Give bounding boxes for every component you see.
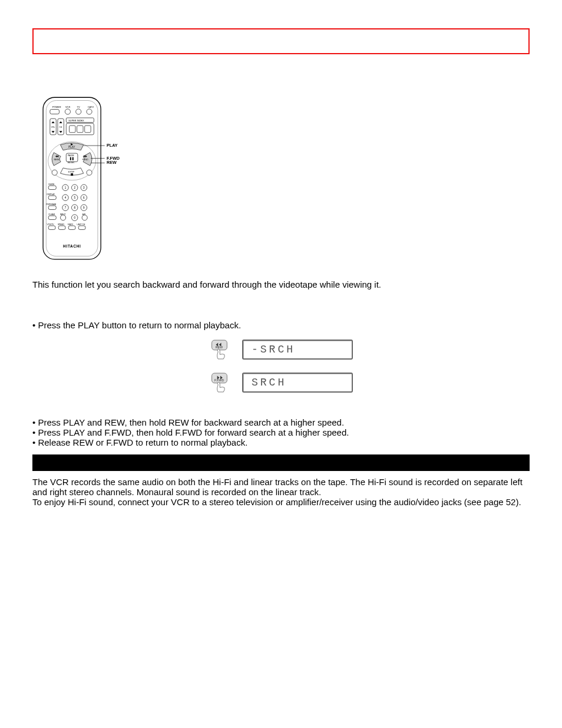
svg-text:REW: REW	[216, 346, 223, 350]
svg-rect-45	[48, 196, 56, 200]
svg-rect-61	[48, 216, 56, 220]
lcd-displays: REW -SRCH F.FWD SRCH	[32, 338, 530, 394]
svg-text:CATV: CATV	[88, 106, 94, 108]
bullet-release: • Release REW or F.FWD to return to norm…	[32, 437, 530, 447]
section-divider	[32, 454, 530, 471]
bullet-rew: • Press PLAY and REW, then hold REW for …	[32, 417, 530, 427]
svg-text:2: 2	[74, 186, 75, 189]
svg-text:6: 6	[83, 196, 85, 199]
svg-text:DISPLAY: DISPLAY	[47, 193, 55, 196]
svg-text:TV: TV	[77, 106, 80, 108]
svg-text:9: 9	[83, 206, 85, 209]
svg-point-67	[82, 215, 87, 220]
svg-text:F.ADV: F.ADV	[68, 223, 74, 226]
svg-text:8: 8	[74, 206, 75, 209]
svg-text:4: 4	[65, 196, 67, 199]
svg-text:REW: REW	[54, 158, 59, 161]
callout-rew: REW	[107, 160, 117, 165]
remote-illustration: POWER VCR TV CATV SUPER INDEX VOL CH	[35, 95, 135, 261]
hifi-p1: The VCR records the same audio on both t…	[32, 477, 523, 497]
svg-rect-13	[77, 126, 83, 133]
svg-text:F.FWD: F.FWD	[82, 159, 89, 161]
svg-text:CH: CH	[59, 126, 62, 129]
lcd-ffwd: SRCH	[242, 373, 353, 393]
svg-point-30	[52, 170, 57, 175]
svg-rect-14	[85, 126, 91, 133]
svg-text:PROGRAM: PROGRAM	[46, 203, 56, 206]
svg-rect-29	[71, 173, 73, 176]
svg-text:PLAY: PLAY	[68, 146, 75, 149]
svg-text:5: 5	[74, 196, 75, 199]
svg-point-31	[87, 170, 92, 175]
svg-rect-71	[58, 226, 65, 230]
svg-text:VCR/TV: VCR/TV	[47, 223, 55, 226]
svg-rect-37	[48, 186, 56, 190]
svg-text:PAUSE: PAUSE	[68, 154, 75, 157]
svg-text:STOP: STOP	[68, 170, 75, 173]
svg-text:SUPER INDEX: SUPER INDEX	[68, 119, 84, 122]
svg-point-8	[87, 109, 92, 114]
svg-rect-73	[68, 226, 75, 230]
svg-rect-23	[70, 157, 71, 160]
callout-play: PLAY	[107, 143, 118, 148]
svg-text:F.FWD: F.FWD	[214, 379, 224, 383]
svg-point-6	[65, 109, 70, 114]
high-speed-steps: • Press PLAY and REW, then hold REW for …	[32, 417, 530, 447]
ffwd-button-icon: F.FWD	[209, 371, 232, 394]
svg-text:3: 3	[83, 186, 85, 189]
svg-point-7	[76, 109, 81, 114]
svg-rect-69	[48, 226, 55, 230]
svg-text:LAST CH: LAST CH	[77, 223, 85, 226]
step-return-play: • Press the PLAY button to return to nor…	[32, 320, 530, 330]
bullet-ffwd: • Press PLAY and F.FWD, then hold F.FWD …	[32, 427, 530, 437]
svg-point-63	[61, 215, 66, 220]
brand-label: HITACHI	[63, 244, 81, 248]
title-box	[32, 28, 530, 54]
svg-rect-5	[50, 110, 59, 114]
svg-text:1: 1	[65, 186, 67, 189]
svg-text:ENTER: ENTER	[68, 162, 75, 164]
svg-text:7: 7	[65, 206, 67, 209]
label-power: POWER	[52, 106, 61, 108]
rew-button-icon: REW	[209, 338, 232, 361]
svg-text:CLEAR: CLEAR	[48, 213, 55, 216]
hifi-text: The VCR records the same audio on both t…	[32, 477, 530, 507]
svg-text:VOL: VOL	[51, 126, 55, 129]
svg-text:0: 0	[74, 216, 75, 219]
svg-text:GUIDE: GUIDE	[48, 183, 55, 186]
hifi-p2: To enjoy Hi-Fi sound, connect your VCR t…	[32, 497, 521, 507]
svg-text:SPEED: SPEED	[58, 223, 65, 226]
intro-text: This function let you search backward an…	[32, 279, 530, 291]
svg-rect-53	[48, 206, 56, 210]
svg-rect-75	[78, 226, 85, 230]
svg-text:VCR: VCR	[65, 106, 70, 108]
lcd-rew: -SRCH	[242, 340, 353, 360]
svg-rect-24	[72, 157, 74, 160]
svg-rect-12	[70, 126, 75, 133]
